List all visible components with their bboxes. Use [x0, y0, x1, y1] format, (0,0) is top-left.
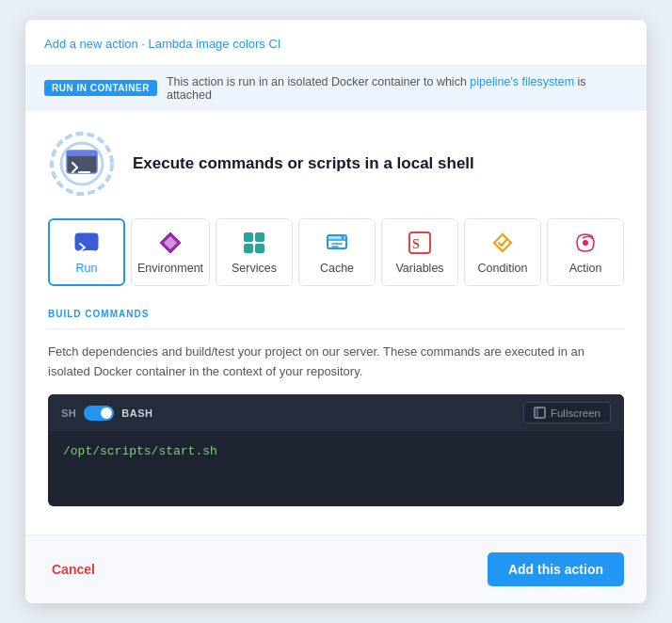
tab-condition[interactable]: Condition [464, 218, 541, 286]
modal-body: Execute commands or scripts in a local s… [25, 111, 647, 535]
condition-tab-icon [489, 230, 516, 256]
code-content[interactable]: /opt/scripts/start.sh [48, 431, 624, 506]
action-header: Execute commands or scripts in a local s… [48, 130, 624, 198]
terminal-tab-icon [73, 230, 100, 256]
cache-tab-icon [324, 230, 350, 256]
fullscreen-button[interactable]: Fullscreen [523, 402, 611, 423]
svg-rect-11 [255, 232, 264, 242]
code-line: /opt/scripts/start.sh [63, 444, 609, 458]
svg-rect-13 [255, 244, 264, 253]
build-commands-label: BUILD COMMANDS [48, 309, 624, 319]
tab-variables[interactable]: S Variables [381, 218, 458, 286]
svg-point-17 [342, 236, 344, 239]
action-title: Execute commands or scripts in a local s… [133, 154, 474, 173]
action-tab-icon [572, 230, 599, 256]
tab-environment-label: Environment [137, 262, 203, 275]
svg-rect-3 [67, 151, 97, 156]
tab-variables-label: Variables [395, 262, 443, 275]
svg-marker-23 [494, 234, 511, 251]
svg-rect-25 [535, 407, 545, 418]
run-in-container-badge: RUN IN CONTAINER [44, 80, 157, 96]
tab-run-label: Run [76, 262, 98, 275]
svg-rect-6 [75, 233, 98, 238]
fullscreen-icon [534, 407, 546, 419]
code-editor: SH BASH Fullscreen /opt/scripts/start.sh [48, 394, 624, 506]
sh-bash-toggle[interactable] [84, 406, 114, 421]
tab-run[interactable]: Run [48, 218, 125, 286]
tab-services[interactable]: Services [216, 218, 293, 286]
variables-tab-icon: S [407, 230, 433, 256]
modal-footer: Cancel Add this action [25, 535, 647, 603]
build-description: Fetch dependencies and build/test your p… [48, 343, 624, 382]
modal: Add a new action · Lambda image colors C… [25, 20, 647, 604]
build-commands-section: BUILD COMMANDS Fetch dependencies and bu… [48, 309, 624, 507]
cancel-button[interactable]: Cancel [48, 554, 99, 584]
tab-services-label: Services [232, 262, 277, 275]
tab-condition-label: Condition [478, 262, 528, 275]
tab-cache-label: Cache [320, 262, 354, 275]
gear-icon [48, 130, 116, 198]
section-divider [48, 328, 624, 329]
svg-point-24 [583, 240, 588, 246]
services-tab-icon [241, 230, 267, 256]
add-action-button[interactable]: Add this action [488, 552, 624, 586]
svg-text:S: S [412, 237, 420, 251]
banner-text: This action is run in an isolated Docker… [167, 75, 628, 102]
breadcrumb[interactable]: Add a new action · Lambda image colors C… [44, 37, 280, 51]
sh-label: SH [61, 407, 76, 419]
diamond-tab-icon [157, 230, 184, 256]
tab-cache[interactable]: Cache [298, 218, 376, 286]
svg-rect-10 [244, 232, 253, 242]
tabs-row: Run Environment [48, 218, 624, 286]
bash-label: BASH [121, 407, 152, 419]
run-in-container-banner: RUN IN CONTAINER This action is run in a… [25, 66, 647, 111]
modal-header: Add a new action · Lambda image colors C… [25, 20, 647, 66]
tab-action[interactable]: Action [547, 218, 624, 286]
code-toolbar: SH BASH Fullscreen [48, 394, 624, 431]
filesystem-link[interactable]: pipeline's filesystem [470, 75, 574, 88]
code-toolbar-left: SH BASH [61, 406, 152, 421]
tab-action-label: Action [569, 262, 602, 275]
tab-environment[interactable]: Environment [131, 218, 210, 286]
svg-rect-12 [244, 244, 253, 253]
